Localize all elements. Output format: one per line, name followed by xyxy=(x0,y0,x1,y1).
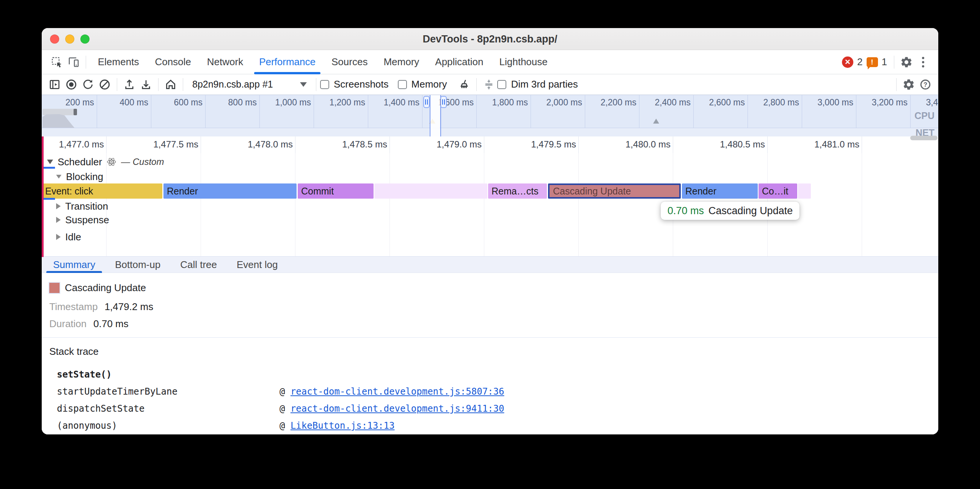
flame-bar[interactable]: Rema…cts xyxy=(488,183,547,198)
divider xyxy=(42,337,938,338)
tab-call-tree[interactable]: Call tree xyxy=(170,256,227,273)
memory-checkbox[interactable]: Memory xyxy=(398,78,456,90)
tab-application[interactable]: Application xyxy=(427,50,491,74)
upload-profile-icon[interactable] xyxy=(121,76,138,93)
selection-right-handle[interactable] xyxy=(440,96,447,108)
reload-record-icon[interactable] xyxy=(80,76,96,93)
overview-tick-label: 400 ms xyxy=(93,97,150,108)
ruler-gridline xyxy=(767,137,768,153)
track-focus-mark xyxy=(44,198,55,200)
divider xyxy=(117,78,117,91)
ruler-gridline xyxy=(578,137,579,153)
divider xyxy=(896,78,897,91)
timestamp-label: Timestamp xyxy=(49,301,98,312)
toggle-sidebar-icon[interactable] xyxy=(46,76,63,93)
more-options-kebab-icon[interactable] xyxy=(915,54,931,70)
scrollbar-thumb[interactable] xyxy=(910,136,937,140)
summary-panel: Cascading Update Timestamp1,479.2 ms Dur… xyxy=(42,273,938,434)
collapse-sections-icon[interactable] xyxy=(480,76,497,93)
flame-bar[interactable]: Commit xyxy=(298,183,374,198)
ruler-gridline xyxy=(673,137,673,153)
record-icon[interactable] xyxy=(63,76,80,93)
expand-triangle-icon[interactable] xyxy=(56,234,61,240)
track-gridline xyxy=(200,153,201,256)
garbage-collect-brush-icon[interactable] xyxy=(456,76,473,93)
tab-network[interactable]: Network xyxy=(199,50,251,74)
overview-tick-label: 3,000 ms xyxy=(798,97,855,108)
issues-badges[interactable]: ✕ 2 ! 1 xyxy=(842,56,887,68)
clear-icon[interactable] xyxy=(96,76,113,93)
stack-source-link[interactable]: react-dom-client.development.js:5807:36 xyxy=(291,386,504,397)
overview-tick-label: 200 ms xyxy=(42,97,95,108)
selection-edge[interactable] xyxy=(430,95,430,137)
capture-settings-gear-icon[interactable] xyxy=(900,76,917,93)
tab-console[interactable]: Console xyxy=(147,50,199,74)
tab-performance[interactable]: Performance xyxy=(251,50,323,74)
flame-bar[interactable]: Render xyxy=(682,183,758,198)
expand-triangle-icon[interactable] xyxy=(56,203,61,209)
selection-window[interactable] xyxy=(430,95,440,137)
overview-tick-label: 3,400 ms xyxy=(907,97,938,108)
network-lane: NET xyxy=(42,128,938,137)
track-gridline xyxy=(295,153,296,256)
home-icon[interactable] xyxy=(162,76,179,93)
stack-trace-title: Stack trace xyxy=(49,346,99,357)
details-tabbar: Summary Bottom-up Call tree Event log xyxy=(42,256,938,273)
target-selector-dropdown[interactable]: 8p2n9n.csb.app #1 xyxy=(187,78,312,90)
flame-bar[interactable]: Event: click xyxy=(42,183,162,198)
flame-bar[interactable]: Co…it xyxy=(759,183,797,198)
lane-blocking[interactable]: Blocking xyxy=(56,171,103,183)
lane-idle[interactable]: Idle xyxy=(56,231,81,243)
timestamp-value: 1,479.2 ms xyxy=(105,301,154,312)
expand-triangle-icon[interactable] xyxy=(56,217,61,223)
tab-summary[interactable]: Summary xyxy=(43,256,105,273)
divider xyxy=(158,78,159,91)
timeline-ruler[interactable]: 1,477.0 ms1,477.5 ms1,478.0 ms1,478.5 ms… xyxy=(42,137,938,153)
tab-bottom-up[interactable]: Bottom-up xyxy=(105,256,170,273)
selection-left-handle[interactable] xyxy=(423,96,430,108)
ruler-tick-label: 1,477.5 ms xyxy=(138,139,198,150)
flame-bar-filler[interactable] xyxy=(798,183,811,198)
settings-gear-icon[interactable] xyxy=(898,54,915,70)
stack-at-cell: @ react-dom-client.development.js:9411:3… xyxy=(280,400,504,418)
overview-tick-label: 1,200 ms xyxy=(310,97,367,108)
scheduler-track-header[interactable]: Scheduler — Custom xyxy=(47,155,164,169)
ruler-gridline xyxy=(295,137,296,153)
collapse-triangle-icon[interactable] xyxy=(47,160,53,164)
cpu-activity-chart xyxy=(43,114,82,128)
target-selector-value: 8p2n9n.csb.app #1 xyxy=(192,79,273,90)
lane-suspense[interactable]: Suspense xyxy=(56,214,109,226)
duration-label: Duration xyxy=(49,318,86,329)
tab-event-log[interactable]: Event log xyxy=(227,256,288,273)
flame-bar[interactable]: Render xyxy=(164,183,297,198)
dim-3rd-parties-checkbox[interactable]: Dim 3rd parties xyxy=(497,78,587,90)
lane-transition[interactable]: Transition xyxy=(56,200,108,212)
ruler-gridline xyxy=(862,137,862,153)
flamechart-bars-row[interactable]: Event: clickRenderCommitRema…ctsCascadin… xyxy=(42,183,938,198)
overview-tick-label: 1,000 ms xyxy=(256,97,312,108)
help-icon[interactable]: ? xyxy=(917,76,934,93)
tab-sources[interactable]: Sources xyxy=(323,50,375,74)
ruler-tick-label: 1,477.0 ms xyxy=(43,139,104,150)
ruler-gridline xyxy=(484,137,484,153)
overview-tick-label: 2,000 ms xyxy=(527,97,584,108)
stack-source-link[interactable]: react-dom-client.development.js:9411:30 xyxy=(291,403,504,414)
flame-bar[interactable]: Cascading Update xyxy=(548,183,681,198)
tab-lighthouse[interactable]: Lighthouse xyxy=(492,50,555,74)
tab-elements[interactable]: Elements xyxy=(90,50,147,74)
flame-bar-filler[interactable] xyxy=(374,183,487,198)
timeline-overview[interactable]: 200 ms400 ms600 ms800 ms1,000 ms1,200 ms… xyxy=(42,95,938,137)
divider xyxy=(476,78,477,91)
download-profile-icon[interactable] xyxy=(138,76,154,93)
tab-memory[interactable]: Memory xyxy=(375,50,427,74)
collapse-triangle-icon[interactable] xyxy=(56,175,61,179)
flamechart-tracks[interactable]: Scheduler — Custom Blocking Event: click… xyxy=(42,153,938,256)
inspect-element-icon[interactable] xyxy=(49,54,65,70)
device-toolbar-icon[interactable] xyxy=(65,54,82,70)
ruler-gridline xyxy=(106,137,107,153)
stack-source-link[interactable]: LikeButton.js:13:13 xyxy=(291,421,395,431)
overview-tick-label: 800 ms xyxy=(201,97,258,108)
screenshots-checkbox[interactable]: Screenshots xyxy=(320,78,398,90)
overview-tick-label: 2,800 ms xyxy=(744,97,800,108)
track-gridline xyxy=(390,153,390,256)
